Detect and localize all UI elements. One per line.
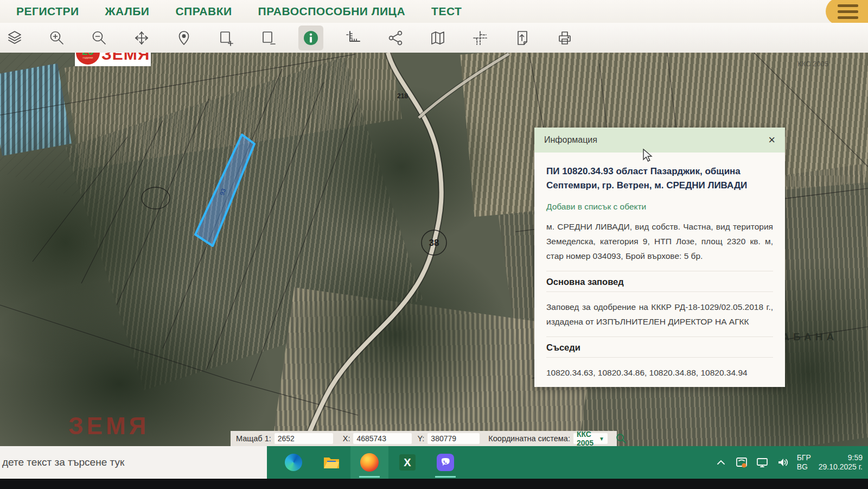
x-coordinate-input[interactable] (353, 433, 412, 444)
system-tray: БГР BG 9:59 29.10.2025 г. (714, 446, 868, 479)
road (304, 53, 509, 446)
print-icon (556, 29, 573, 47)
export-page-icon (514, 29, 531, 47)
add-selection-button[interactable] (214, 26, 239, 50)
menu-item-registri[interactable]: РЕГИСТРИ (16, 5, 79, 18)
neighbors-list: 10820.34.63, 10820.34.86, 10820.34.88, 1… (546, 365, 773, 380)
map-status-bar: Мащаб 1: X: Y: Координатна система: ККС … (231, 431, 617, 446)
rectangle-minus-icon (260, 29, 277, 47)
info-panel-title: Информация (544, 135, 597, 145)
hamburger-menu-button[interactable] (826, 0, 868, 25)
menu-item-zhalbi[interactable]: ЖАЛБИ (105, 5, 150, 18)
road-number-label: 38 (429, 238, 439, 248)
print-button[interactable] (552, 26, 577, 50)
measure-ruler-icon (344, 29, 362, 47)
info-panel-header: Информация × (534, 128, 785, 153)
taskbar-search-input[interactable]: дете текст за търсене тук (0, 446, 267, 479)
tray-date: 29.10.2025 г. (819, 462, 863, 472)
pan-icon (133, 29, 150, 47)
parcel-218-label: 218 (397, 92, 408, 100)
roads-crosshair-icon (471, 29, 489, 47)
remove-selection-button[interactable] (256, 26, 281, 50)
hamburger-icon (838, 4, 858, 7)
add-to-object-list-link[interactable]: Добави в списък с обекти (546, 202, 773, 212)
taskbar-viber-button[interactable] (426, 446, 464, 479)
map-toolbar (0, 23, 868, 53)
map-button[interactable] (425, 26, 450, 50)
share-network-icon (387, 29, 404, 47)
top-menu-bar: РЕГИСТРИ ЖАЛБИ СПРАВКИ ПРАВОСПОСОБНИ ЛИЦ… (0, 0, 868, 23)
chevron-down-icon: ▼ (599, 436, 604, 442)
volume-icon[interactable] (776, 456, 789, 469)
zoom-in-icon (48, 29, 66, 47)
location-pin-icon (175, 29, 193, 47)
firefox-icon (360, 453, 379, 472)
menu-item-test[interactable]: ТЕСТ (431, 5, 462, 18)
info-panel: Информация × ПИ 10820.34.93 област Пазар… (534, 128, 785, 387)
tray-time: 9:59 (848, 453, 863, 462)
location-button[interactable] (171, 26, 196, 50)
hatched-region (0, 53, 358, 232)
search-icon (615, 433, 627, 444)
x-label: X: (343, 434, 350, 443)
taskbar-firefox-button[interactable] (350, 446, 388, 479)
folded-map-icon (429, 29, 446, 47)
crs-select[interactable]: ККС 2005 ▼ (573, 433, 608, 444)
zoom-out-icon (91, 29, 108, 47)
monitor-bezel (0, 479, 868, 489)
export-button[interactable] (510, 26, 535, 50)
clock[interactable]: 9:59 29.10.2025 г. (819, 453, 863, 472)
crs-selected-value: ККС 2005 (577, 430, 593, 447)
tray-app-icon[interactable] (735, 456, 748, 469)
menu-item-spravki[interactable]: СПРАВКИ (175, 5, 232, 18)
measure-button[interactable] (341, 26, 366, 50)
menu-item-pravosposobni-litsa[interactable]: ПРАВОСПОСОБНИ ЛИЦА (258, 5, 406, 18)
language-indicator[interactable]: БГР BG (797, 453, 811, 472)
parcel-title: ПИ 10820.34.93 област Пазарджик, община … (546, 164, 773, 193)
zemya-bottom-watermark: ЗЕМЯ (68, 412, 149, 440)
section-main-order: Основна заповед (546, 271, 773, 292)
rectangle-plus-icon (218, 29, 235, 47)
zoom-out-button[interactable] (87, 26, 112, 50)
share-button[interactable] (383, 26, 408, 50)
roads-button[interactable] (468, 26, 493, 50)
pan-button[interactable] (129, 26, 154, 50)
file-explorer-icon (322, 453, 341, 472)
taskbar-excel-button[interactable]: X (388, 446, 426, 479)
taskbar-search-text: дете текст за търсене тук (2, 456, 124, 468)
viber-icon (437, 454, 454, 471)
y-coordinate-input[interactable] (427, 433, 480, 444)
screen: РЕГИСТРИ ЖАЛБИ СПРАВКИ ПРАВОСПОСОБНИ ЛИЦ… (0, 0, 868, 489)
zoom-in-button[interactable] (44, 26, 69, 50)
hidden-icons-chevron[interactable] (714, 456, 727, 469)
windows-taskbar: дете текст за търсене тук X (0, 446, 868, 479)
info-button[interactable] (298, 26, 323, 50)
mouse-cursor (642, 149, 654, 163)
taskbar-file-explorer-button[interactable] (312, 446, 350, 479)
crs-watermark-label: ККС 2005 (797, 60, 828, 68)
order-text: Заповед за одобрение на КККР РД-18-1029/… (546, 300, 773, 329)
layers-button[interactable] (2, 26, 27, 50)
parcel-details: м. СРЕДНИ ЛИВАДИ, вид собств. Частна, ви… (546, 219, 773, 263)
excel-icon: X (399, 454, 416, 471)
edge-icon (285, 454, 302, 471)
info-icon (302, 29, 320, 47)
taskbar-edge-button[interactable] (275, 446, 312, 479)
section-neighbors: Съседи (546, 336, 773, 358)
y-label: Y: (417, 434, 424, 443)
scale-label: Мащаб 1: (236, 434, 271, 443)
scale-input[interactable] (275, 433, 333, 444)
close-icon[interactable]: × (768, 135, 775, 145)
map-search-button[interactable] (615, 433, 627, 444)
network-display-icon[interactable] (756, 456, 769, 469)
crs-label: Координатна система: (488, 434, 570, 443)
layers-icon (6, 29, 23, 47)
